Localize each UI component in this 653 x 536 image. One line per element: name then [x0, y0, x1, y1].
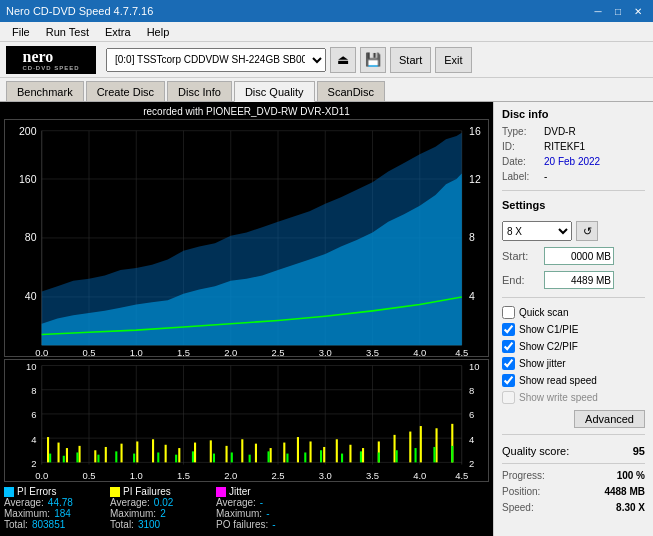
svg-text:0.5: 0.5: [82, 470, 95, 481]
menu-bar: File Run Test Extra Help: [0, 22, 653, 42]
end-mb-input[interactable]: 4489 MB: [544, 271, 614, 289]
disc-label-label: Label:: [502, 171, 540, 182]
svg-text:8: 8: [31, 385, 36, 396]
menu-extra[interactable]: Extra: [97, 24, 139, 40]
svg-rect-99: [341, 453, 343, 462]
disc-type-label: Type:: [502, 126, 540, 137]
svg-rect-59: [121, 444, 123, 463]
svg-text:16: 16: [469, 125, 481, 137]
disc-id-row: ID: RITEKF1: [502, 141, 645, 152]
svg-rect-83: [49, 453, 51, 462]
jitter-max-label: Maximum:: [216, 508, 262, 519]
pi-errors-total-row: Total: 803851: [4, 519, 104, 530]
pi-failures-total-value: 3100: [138, 519, 160, 530]
progress-row: Progress: 100 %: [502, 470, 645, 481]
disc-type-row: Type: DVD-R: [502, 126, 645, 137]
svg-rect-55: [66, 448, 68, 462]
menu-help[interactable]: Help: [139, 24, 178, 40]
speed-progress-row: Speed: 8.30 X: [502, 502, 645, 513]
tab-create-disc[interactable]: Create Disc: [86, 81, 165, 101]
svg-rect-70: [283, 442, 285, 462]
advanced-button[interactable]: Advanced: [574, 410, 645, 428]
drive-select[interactable]: [0:0] TSSTcorp CDDVDW SH-224GB SB00: [106, 48, 326, 72]
chart-title: recorded with PIONEER_DVD-RW DVR-XD11: [4, 106, 489, 117]
svg-text:2.5: 2.5: [271, 470, 284, 481]
show-write-speed-checkbox[interactable]: [502, 391, 515, 404]
speed-value: 8.30 X: [616, 502, 645, 513]
svg-text:10: 10: [469, 361, 480, 372]
pi-errors-stats: PI Errors Average: 44.78 Maximum: 184 To…: [4, 486, 104, 530]
top-chart: 200 160 80 40 16 12 8 4 0.0 0.5 1.0 1.5 …: [4, 119, 489, 357]
show-write-speed-row: Show write speed: [502, 391, 645, 404]
close-button[interactable]: ✕: [629, 3, 647, 19]
svg-text:3.0: 3.0: [319, 470, 332, 481]
quick-scan-label: Quick scan: [519, 307, 568, 318]
exit-button[interactable]: Exit: [435, 47, 471, 73]
svg-text:0.5: 0.5: [82, 347, 95, 356]
svg-rect-62: [165, 445, 167, 463]
disc-label-row: Label: -: [502, 171, 645, 182]
tab-disc-quality[interactable]: Disc Quality: [234, 81, 315, 102]
svg-rect-75: [349, 445, 351, 463]
show-c2-pif-checkbox[interactable]: [502, 340, 515, 353]
svg-text:1.5: 1.5: [177, 470, 190, 481]
svg-rect-100: [360, 451, 362, 462]
svg-rect-101: [378, 452, 380, 462]
speed-select[interactable]: 8 X Maximum 4 X 2 X 1 X: [502, 221, 572, 241]
divider-3: [502, 434, 645, 435]
tab-scan-disc[interactable]: ScanDisc: [317, 81, 385, 101]
pi-errors-legend: PI Errors: [17, 486, 56, 497]
svg-text:3.0: 3.0: [319, 347, 332, 356]
pi-failures-legend: PI Failures: [123, 486, 171, 497]
toolbar: nero CD·DVD SPEED [0:0] TSSTcorp CDDVDW …: [0, 42, 653, 78]
show-c1-pie-checkbox[interactable]: [502, 323, 515, 336]
minimize-button[interactable]: ─: [589, 3, 607, 19]
svg-rect-98: [320, 450, 322, 462]
svg-rect-66: [226, 446, 228, 463]
maximize-button[interactable]: □: [609, 3, 627, 19]
pi-errors-avg-value: 44.78: [48, 497, 73, 508]
svg-text:4: 4: [31, 433, 37, 444]
svg-rect-53: [47, 437, 49, 462]
chart-area: recorded with PIONEER_DVD-RW DVR-XD11: [0, 102, 493, 536]
main-content: recorded with PIONEER_DVD-RW DVR-XD11: [0, 102, 653, 536]
svg-rect-63: [178, 448, 180, 462]
svg-text:4.0: 4.0: [413, 347, 426, 356]
show-read-speed-checkbox[interactable]: [502, 374, 515, 387]
start-mb-label: Start:: [502, 250, 540, 262]
disc-id-value: RITEKF1: [544, 141, 585, 152]
svg-rect-86: [97, 455, 99, 463]
title-bar-title: Nero CD-DVD Speed 4.7.7.16: [6, 5, 153, 17]
menu-file[interactable]: File: [4, 24, 38, 40]
svg-text:80: 80: [25, 231, 37, 243]
svg-text:0.0: 0.0: [35, 470, 48, 481]
start-button[interactable]: Start: [390, 47, 431, 73]
jitter-legend: Jitter: [229, 486, 251, 497]
start-mb-input[interactable]: 0000 MB: [544, 247, 614, 265]
pi-errors-max-label: Maximum:: [4, 508, 50, 519]
title-bar: Nero CD-DVD Speed 4.7.7.16 ─ □ ✕: [0, 0, 653, 22]
svg-rect-80: [420, 426, 422, 462]
tab-disc-info[interactable]: Disc Info: [167, 81, 232, 101]
svg-text:2: 2: [31, 457, 36, 468]
refresh-icon[interactable]: ↺: [576, 221, 598, 241]
svg-text:2.5: 2.5: [271, 347, 284, 356]
svg-rect-88: [133, 453, 135, 462]
svg-rect-102: [396, 450, 398, 462]
disc-type-value: DVD-R: [544, 126, 576, 137]
settings-title: Settings: [502, 199, 645, 211]
quick-scan-checkbox[interactable]: [502, 306, 515, 319]
show-write-speed-label: Show write speed: [519, 392, 598, 403]
menu-run-test[interactable]: Run Test: [38, 24, 97, 40]
tab-benchmark[interactable]: Benchmark: [6, 81, 84, 101]
pi-failures-average-row: Average: 0.02: [110, 497, 210, 508]
eject-icon[interactable]: ⏏: [330, 47, 356, 73]
svg-text:8: 8: [469, 231, 475, 243]
pi-errors-max-row: Maximum: 184: [4, 508, 104, 519]
svg-rect-93: [231, 452, 233, 462]
show-jitter-checkbox[interactable]: [502, 357, 515, 370]
svg-rect-71: [297, 437, 299, 462]
save-icon[interactable]: 💾: [360, 47, 386, 73]
pi-errors-total-label: Total:: [4, 519, 28, 530]
svg-text:2.0: 2.0: [224, 470, 237, 481]
